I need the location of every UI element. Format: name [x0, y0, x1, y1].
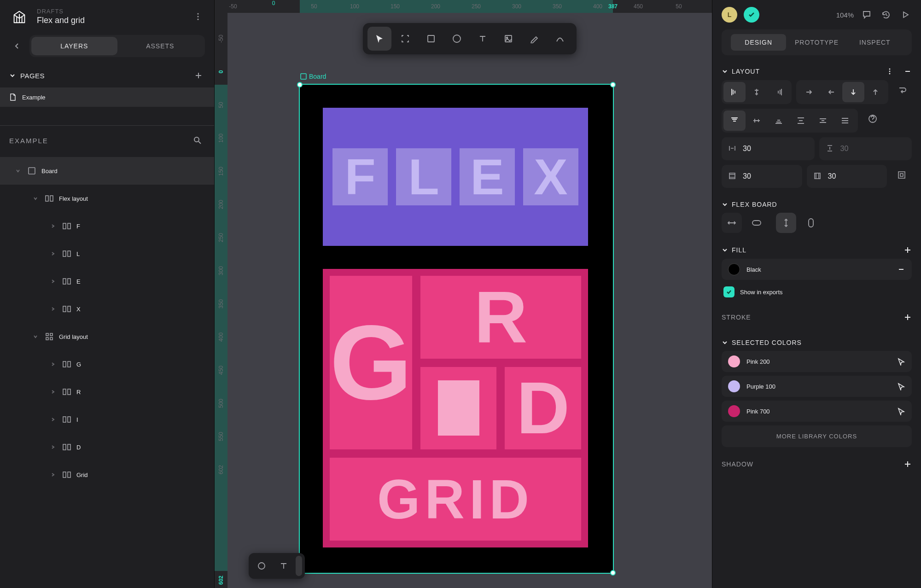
layer-row-grid[interactable]: Grid: [0, 461, 214, 489]
chevron-right-icon[interactable]: [49, 472, 57, 477]
layer-row-f[interactable]: F: [0, 212, 214, 240]
grid-cell-i[interactable]: [420, 367, 497, 450]
remove-icon[interactable]: [904, 67, 912, 76]
more-icon[interactable]: [886, 68, 893, 75]
grid-cell-r[interactable]: R: [420, 276, 581, 359]
locate-icon[interactable]: [897, 357, 905, 366]
resize-handle-nw[interactable]: [297, 82, 303, 87]
layer-row-e[interactable]: E: [0, 268, 214, 295]
text-shape-icon[interactable]: [274, 556, 294, 576]
padding-v-input[interactable]: [722, 165, 802, 188]
align-center-icon[interactable]: [746, 82, 768, 102]
padding-h-input[interactable]: [807, 165, 887, 188]
search-icon[interactable]: [190, 133, 205, 148]
justify-between-icon[interactable]: [790, 111, 812, 131]
width-icon[interactable]: [722, 213, 742, 233]
chevron-down-icon[interactable]: [31, 196, 40, 201]
locate-icon[interactable]: [897, 407, 905, 415]
show-exports-row[interactable]: Show in exports: [722, 284, 912, 300]
grid-layout-box[interactable]: G R D GRID: [323, 269, 588, 547]
chevron-down-icon[interactable]: [31, 334, 40, 339]
color-row-purple-100[interactable]: Purple 100: [722, 376, 912, 397]
layer-row-board[interactable]: Board: [0, 157, 214, 185]
layer-row-d[interactable]: D: [0, 433, 214, 461]
stroke-head[interactable]: STROKE: [722, 309, 912, 326]
add-icon[interactable]: [904, 246, 912, 254]
wrap-icon[interactable]: [893, 80, 912, 100]
flex-cell-l[interactable]: L: [396, 148, 451, 205]
panel-scroll[interactable]: LAYOUT: [712, 60, 921, 588]
select-tool-icon[interactable]: [367, 27, 391, 51]
document-title[interactable]: Flex and grid: [37, 16, 184, 25]
align-end-icon[interactable]: [768, 82, 790, 102]
valign-end-icon[interactable]: [768, 111, 790, 131]
ellipse-shape-icon[interactable]: [251, 556, 272, 576]
flex-cell-e[interactable]: E: [460, 148, 515, 205]
justify-around-icon[interactable]: [812, 111, 834, 131]
resize-handle-se[interactable]: [610, 570, 616, 576]
frame-tool-icon[interactable]: [393, 27, 417, 51]
add-icon[interactable]: [904, 460, 912, 468]
locate-icon[interactable]: [897, 382, 905, 390]
layer-row-i[interactable]: I: [0, 406, 214, 433]
layer-row-g[interactable]: G: [0, 350, 214, 378]
canvas[interactable]: -5005010015020025030035040045050387 -500…: [215, 0, 712, 588]
chevron-right-icon[interactable]: [49, 251, 57, 256]
color-swatch[interactable]: [728, 355, 740, 367]
viewport[interactable]: Board F L E X G R D GRID: [227, 13, 712, 588]
direction-up-icon[interactable]: [864, 82, 886, 102]
grid-cell-d[interactable]: D: [505, 367, 581, 450]
shadow-head[interactable]: SHADOW: [722, 455, 912, 473]
history-icon[interactable]: [880, 8, 892, 21]
fill-head[interactable]: FILL: [722, 241, 912, 259]
direction-left-icon[interactable]: [820, 82, 842, 102]
play-icon[interactable]: [899, 8, 912, 21]
help-icon[interactable]: [863, 109, 883, 129]
grid-cell-grid[interactable]: GRID: [330, 458, 581, 541]
layout-head[interactable]: LAYOUT: [722, 63, 912, 80]
add-icon[interactable]: [904, 313, 912, 321]
flex-board-head[interactable]: FLEX BOARD: [722, 196, 912, 213]
justify-evenly-icon[interactable]: [834, 111, 856, 131]
color-row-pink-200[interactable]: Pink 200: [722, 351, 912, 372]
page-item[interactable]: Example: [0, 87, 214, 107]
overlay-handle-icon[interactable]: [296, 556, 302, 576]
app-logo[interactable]: [9, 6, 29, 27]
layer-row-flex-layout[interactable]: Flex layout: [0, 185, 214, 212]
sync-status-icon[interactable]: [744, 7, 759, 23]
avatar[interactable]: L: [722, 7, 737, 23]
chevron-right-icon[interactable]: [49, 444, 57, 450]
ellipse-tool-icon[interactable]: [445, 27, 469, 51]
fill-swatch[interactable]: [728, 263, 740, 275]
curve-tool-icon[interactable]: [548, 27, 572, 51]
individual-padding-icon[interactable]: [892, 165, 912, 185]
layer-row-r[interactable]: R: [0, 378, 214, 406]
layer-row-l[interactable]: L: [0, 240, 214, 268]
tab-prototype[interactable]: PROTOTYPE: [789, 34, 844, 51]
height-icon[interactable]: [776, 213, 796, 233]
flex-cell-f[interactable]: F: [332, 148, 388, 205]
tab-inspect[interactable]: INSPECT: [847, 34, 903, 51]
rect-tool-icon[interactable]: [419, 27, 443, 51]
zoom-level[interactable]: 104%: [836, 11, 854, 19]
pill-vertical-icon[interactable]: [801, 213, 821, 233]
color-swatch[interactable]: [728, 405, 740, 417]
chevron-right-icon[interactable]: [49, 223, 57, 229]
back-icon[interactable]: [9, 36, 25, 56]
layer-row-grid-layout[interactable]: Grid layout: [0, 323, 214, 350]
checkbox-icon[interactable]: [723, 286, 734, 297]
direction-down-icon[interactable]: [842, 82, 864, 102]
valign-start-icon[interactable]: [723, 111, 746, 131]
column-gap-input[interactable]: [722, 137, 815, 160]
direction-right-icon[interactable]: [798, 82, 820, 102]
chevron-down-icon[interactable]: [14, 168, 22, 174]
color-row-pink-700[interactable]: Pink 700: [722, 401, 912, 422]
chevron-right-icon[interactable]: [49, 306, 57, 312]
chevron-right-icon[interactable]: [49, 417, 57, 422]
remove-icon[interactable]: [897, 265, 905, 274]
tab-layers[interactable]: LAYERS: [31, 37, 117, 55]
selected-colors-head[interactable]: SELECTED COLORS: [722, 334, 912, 351]
pen-tool-icon[interactable]: [522, 27, 546, 51]
board-label[interactable]: Board: [300, 73, 326, 80]
pages-section-head[interactable]: PAGES: [0, 64, 214, 87]
